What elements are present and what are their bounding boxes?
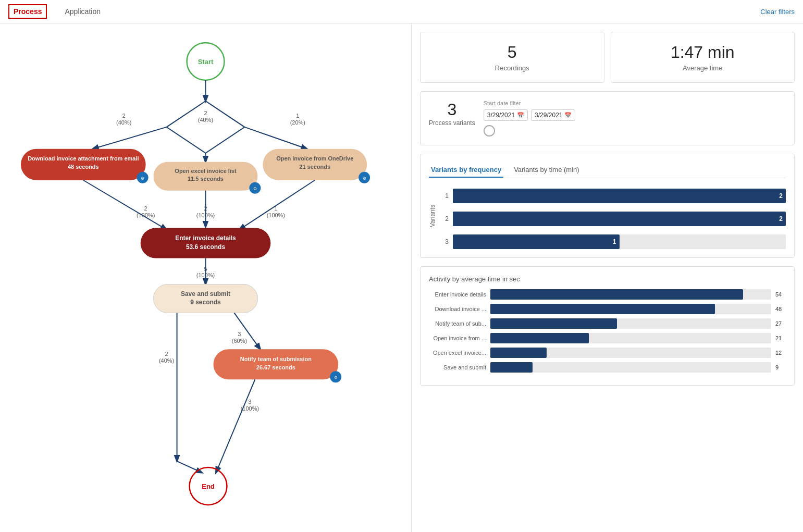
- variants-chart-card: Variants by frequency Variants by time (…: [420, 154, 795, 258]
- activity-track-open-excel: [490, 348, 771, 358]
- activity-track-enter-invoice: [490, 289, 771, 300]
- open-excel-time: 11.5 seconds: [188, 176, 224, 182]
- enter-invoice-time: 53.6 seconds: [186, 243, 226, 251]
- bar-fill-3: 1: [453, 234, 620, 249]
- onedrive-badge-icon: ⚙: [363, 176, 366, 181]
- activity-value-notify: 27: [775, 320, 786, 327]
- end-label: End: [202, 482, 215, 490]
- average-time-value: 1:47 min: [620, 43, 786, 62]
- date-filter-block: Start date filter 3/29/2021 📅 3/29/2021 …: [484, 100, 786, 137]
- activity-value-enter-invoice: 54: [775, 291, 786, 298]
- edge-diamond-onedrive: [244, 127, 307, 149]
- edge-label-excel-count: 2: [204, 110, 207, 116]
- nav-tabs: Process Application: [8, 4, 106, 19]
- edge-download-enter: [83, 180, 167, 230]
- activity-label-save-submit: Save and submit: [429, 364, 486, 370]
- bar-fill-1: 2: [453, 189, 786, 203]
- edge-save-notify-pct: (60%): [232, 338, 247, 344]
- date-inputs: 3/29/2021 📅 3/29/2021 📅: [484, 109, 786, 121]
- activity-bar-open-excel: Open excel invoice... 12: [429, 348, 786, 358]
- notify-badge-icon: ⚙: [334, 375, 338, 380]
- activity-label-enter-invoice: Enter invoice details: [429, 291, 486, 298]
- open-onedrive-text: Open invoice from OneDrive: [276, 155, 353, 162]
- activity-fill-download: [490, 304, 715, 314]
- edge-notify-end: [216, 379, 255, 473]
- notify-team-time: 26.67 seconds: [256, 364, 295, 370]
- activity-value-save-submit: 9: [775, 364, 786, 370]
- activity-chart-card: Activity by average time in sec Enter in…: [420, 266, 795, 386]
- download-badge-icon: ⚙: [141, 176, 144, 181]
- open-excel-text: Open excel invoice list: [175, 168, 237, 174]
- bar-value-2: 2: [779, 215, 783, 222]
- date-filter-label: Start date filter: [484, 100, 786, 106]
- bar-variant-3-label: 3: [440, 238, 449, 245]
- activity-bar-save-submit: Save and submit 9: [429, 362, 786, 373]
- edge-label-onedrive-count: 1: [296, 113, 299, 119]
- edge-save-end-count: 2: [165, 351, 168, 357]
- activity-fill-enter-invoice: [490, 289, 743, 300]
- tab-variants-frequency[interactable]: Variants by frequency: [429, 163, 503, 178]
- activity-value-open-excel: 12: [775, 350, 786, 356]
- download-invoice-text: Download invoice attachment from email: [28, 155, 139, 162]
- activity-bar-open-onedrive: Open invoice from ... 21: [429, 333, 786, 343]
- start-date-input[interactable]: 3/29/2021 📅: [484, 109, 528, 121]
- tab-variants-time[interactable]: Variants by time (min): [512, 163, 581, 178]
- end-date-value: 3/29/2021: [535, 112, 562, 119]
- bar-row-2: 2 2: [440, 212, 786, 226]
- recordings-label: Recordings: [429, 64, 596, 72]
- variants-card: 3 Process variants Start date filter 3/2…: [420, 91, 795, 145]
- end-date-input[interactable]: 3/29/2021 📅: [531, 109, 575, 121]
- stats-panel: 5 Recordings 1:47 min Average time 3 Pro…: [412, 23, 803, 532]
- edge-notify-end-count: 3: [248, 399, 251, 405]
- top-nav: Process Application Clear filters: [0, 0, 803, 23]
- edge-save-notify-count: 3: [238, 331, 241, 337]
- variants-bar-chart: 1 2 2 2: [440, 189, 786, 249]
- main-layout: Start 2 (40%) 2 (40%) 1 (20%) Download i…: [0, 23, 803, 532]
- tab-application[interactable]: Application: [59, 4, 106, 19]
- edge-label-download-count: 2: [122, 113, 126, 119]
- clear-filters-button[interactable]: Clear filters: [760, 8, 795, 16]
- activity-bar-enter-invoice: Enter invoice details 54: [429, 289, 786, 300]
- enter-invoice-text: Enter invoice details: [175, 234, 236, 242]
- start-date-icon: 📅: [517, 112, 524, 119]
- tab-process[interactable]: Process: [8, 4, 47, 19]
- variants-count-value: 3: [429, 100, 475, 119]
- edge-label-excel-pct: (40%): [198, 117, 213, 123]
- activity-track-save-submit: [490, 362, 771, 373]
- diagram-panel: Start 2 (40%) 2 (40%) 1 (20%) Download i…: [0, 23, 412, 532]
- edge-save-end-pct: (40%): [159, 357, 174, 364]
- start-label: Start: [198, 58, 214, 66]
- activity-label-open-onedrive: Open invoice from ...: [429, 335, 486, 341]
- open-onedrive-time: 21 seconds: [299, 164, 330, 170]
- toggle-circle[interactable]: [484, 125, 495, 137]
- variants-chart-wrap: Variants 1 2 2 2: [429, 184, 786, 249]
- bar-value-1: 2: [779, 192, 783, 200]
- bar-value-3: 1: [613, 238, 616, 245]
- activity-label-download: Download invoice ...: [429, 306, 486, 312]
- bar-fill-2: 2: [453, 212, 786, 226]
- edge-diamond-download: [93, 127, 167, 149]
- activity-label-notify: Notify team of sub...: [429, 320, 486, 327]
- activity-track-open-onedrive: [490, 333, 771, 343]
- activity-value-download: 48: [775, 306, 786, 312]
- bar-track-2: 2: [453, 212, 786, 226]
- recordings-card: 5 Recordings: [420, 32, 604, 83]
- activity-fill-notify: [490, 318, 617, 329]
- bar-track-3: 1: [453, 234, 786, 249]
- activity-fill-save-submit: [490, 362, 533, 373]
- average-time-label: Average time: [620, 64, 786, 72]
- y-axis-label: Variants: [429, 184, 436, 247]
- notify-team-text: Notify team of submission: [240, 356, 312, 362]
- edge-label-onedrive-pct: (20%): [290, 119, 305, 126]
- activity-bar-download: Download invoice ... 48: [429, 304, 786, 314]
- activity-bar-notify: Notify team of sub... 27: [429, 318, 786, 329]
- activity-fill-open-excel: [490, 348, 547, 358]
- bar-track-1: 2: [453, 189, 786, 203]
- stat-cards: 5 Recordings 1:47 min Average time: [420, 32, 795, 83]
- bar-variant-2-label: 2: [440, 215, 449, 222]
- average-time-card: 1:47 min Average time: [611, 32, 795, 83]
- variants-count-block: 3 Process variants: [429, 100, 475, 127]
- chart-tabs: Variants by frequency Variants by time (…: [429, 163, 786, 178]
- bar-row-3: 3 1: [440, 234, 786, 249]
- end-date-icon: 📅: [564, 112, 572, 119]
